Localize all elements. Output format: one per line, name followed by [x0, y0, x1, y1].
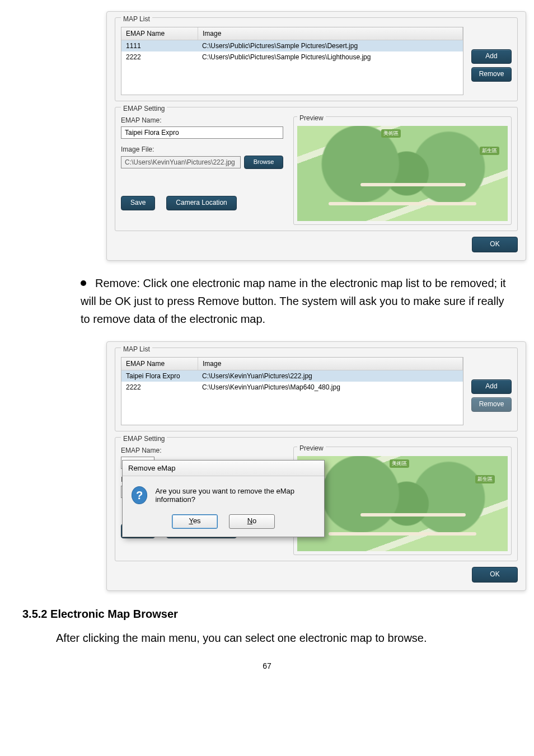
- cell-image: C:\Users\KevinYuan\Pictures\222.jpg: [198, 370, 463, 382]
- msgbox-title: Remove eMap: [123, 461, 324, 476]
- camera-location-button[interactable]: Camera Location: [166, 196, 236, 210]
- list-header: EMAP Name Image: [121, 358, 463, 370]
- list-row[interactable]: 2222 C:\Users\KevinYuan\Pictures\Map640_…: [121, 382, 463, 393]
- dialog-emap-1: MAP List EMAP Name Image 1111 C:\Users\P…: [106, 11, 526, 261]
- map-list-group: MAP List EMAP Name Image Taipei Flora Ex…: [115, 348, 518, 431]
- emap-list[interactable]: EMAP Name Image Taipei Flora Expro C:\Us…: [121, 357, 463, 425]
- question-icon: ?: [132, 486, 147, 504]
- image-file-label: Image File:: [121, 145, 283, 153]
- page-number: 67: [22, 661, 512, 670]
- col-header-name: EMAP Name: [121, 358, 198, 370]
- body-paragraph: After clicking the main menu, you can se…: [56, 632, 512, 645]
- remove-button[interactable]: Remove: [471, 397, 512, 412]
- dialog-emap-2: MAP List EMAP Name Image Taipei Flora Ex…: [106, 341, 526, 591]
- map-list-title: MAP List: [121, 345, 152, 353]
- map-list-title: MAP List: [121, 15, 152, 23]
- list-row[interactable]: 1111 C:\Users\Public\Pictures\Sample Pic…: [121, 40, 463, 51]
- add-button[interactable]: Add: [471, 49, 512, 64]
- remove-confirm-dialog: Remove eMap ? Are you sure you want to r…: [122, 460, 325, 537]
- col-header-image: Image: [198, 27, 463, 40]
- yes-button[interactable]: Yes: [172, 514, 218, 529]
- cell-image: C:\Users\Public\Pictures\Sample Pictures…: [198, 40, 463, 51]
- emap-setting-group: EMAP Setting EMAP Name: Image Fil Save C…: [115, 437, 518, 561]
- no-button[interactable]: No: [229, 514, 275, 529]
- msgbox-text: Are you sure you want to remove the eMap…: [155, 487, 315, 504]
- ok-button[interactable]: OK: [472, 567, 518, 583]
- list-row[interactable]: Taipei Flora Expro C:\Users\KevinYuan\Pi…: [121, 370, 463, 382]
- cell-name: Taipei Flora Expro: [121, 370, 198, 382]
- cell-name: 2222: [121, 382, 198, 393]
- col-header-name: EMAP Name: [121, 27, 198, 40]
- cell-name: 1111: [121, 40, 198, 51]
- col-header-image: Image: [198, 358, 463, 370]
- preview-title: Preview: [297, 444, 326, 452]
- bullet-text: Remove: Click one electronic map name in…: [81, 277, 506, 325]
- cell-image: C:\Users\KevinYuan\Pictures\Map640_480.j…: [198, 382, 463, 393]
- preview-title: Preview: [297, 114, 326, 122]
- emap-name-label: EMAP Name:: [121, 447, 283, 454]
- map-list-group: MAP List EMAP Name Image 1111 C:\Users\P…: [115, 17, 518, 101]
- ok-button[interactable]: OK: [472, 237, 518, 252]
- emap-setting-title: EMAP Setting: [121, 435, 167, 443]
- emap-setting-group: EMAP Setting EMAP Name: Image File: Brow…: [115, 107, 518, 231]
- cell-image: C:\Users\Public\Pictures\Sample Pictures…: [198, 51, 463, 63]
- preview-group: Preview 美術區 新生區: [293, 447, 512, 555]
- preview-image: 美術區 新生區: [297, 126, 508, 221]
- bullet-remove: Remove: Click one electronic map name in…: [81, 274, 512, 328]
- emap-name-input[interactable]: [121, 126, 283, 139]
- emap-setting-title: EMAP Setting: [121, 105, 167, 112]
- section-heading: 3.5.2 Electronic Map Browser: [22, 608, 512, 621]
- bullet-icon: [81, 280, 86, 286]
- preview-image: 美術區 新生區: [297, 456, 508, 551]
- image-file-input[interactable]: [121, 156, 241, 168]
- list-row[interactable]: 2222 C:\Users\Public\Pictures\Sample Pic…: [121, 51, 463, 63]
- cell-name: 2222: [121, 51, 198, 63]
- emap-name-label: EMAP Name:: [121, 116, 283, 124]
- browse-button[interactable]: Browse: [244, 156, 283, 169]
- preview-group: Preview 美術區 新生區: [293, 116, 512, 225]
- emap-list[interactable]: EMAP Name Image 1111 C:\Users\Public\Pic…: [121, 27, 463, 95]
- add-button[interactable]: Add: [471, 379, 512, 394]
- remove-button[interactable]: Remove: [471, 67, 512, 82]
- save-button[interactable]: Save: [121, 196, 155, 210]
- list-header: EMAP Name Image: [121, 27, 463, 40]
